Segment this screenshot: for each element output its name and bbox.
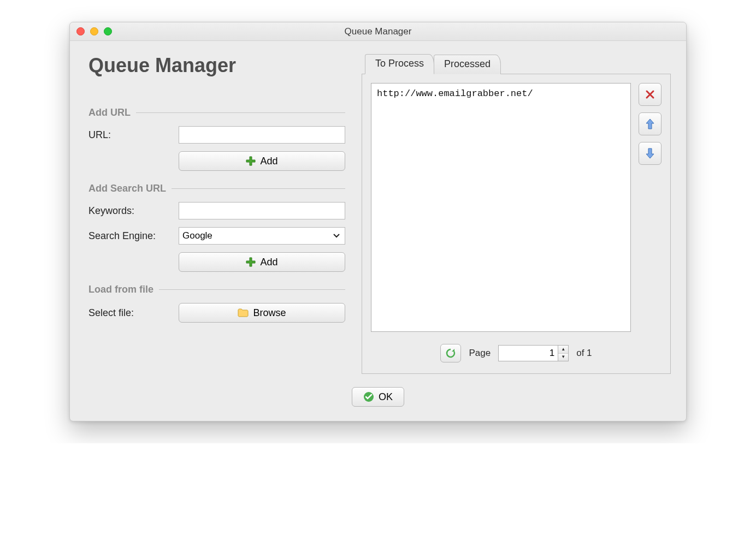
plus-icon [246,156,256,166]
move-down-button[interactable] [639,142,662,165]
section-header-add-url: Add URL [88,107,345,118]
queue-listbox[interactable]: http://www.emailgrabber.net/ [371,83,631,332]
arrow-up-icon [646,118,654,129]
search-engine-select[interactable] [179,227,345,245]
folder-icon [238,308,249,317]
add-search-button[interactable]: Add [179,252,345,272]
page-number-input[interactable] [498,345,558,361]
page-spinner: ▲ ▼ [558,345,569,361]
page-spinner-down[interactable]: ▼ [558,354,568,361]
section-label: Add URL [88,107,131,118]
x-icon [645,90,655,99]
move-up-button[interactable] [639,112,662,135]
page-spinner-up[interactable]: ▲ [558,346,568,354]
browse-button[interactable]: Browse [179,303,345,323]
window-close-button[interactable] [76,27,85,35]
window-minimize-button[interactable] [90,27,98,35]
ok-button[interactable]: OK [352,387,404,407]
url-input[interactable] [179,126,345,144]
section-label: Add Search URL [88,183,166,194]
refresh-button[interactable] [440,344,461,362]
window-controls [76,27,112,35]
url-label: URL: [88,129,179,141]
check-circle-icon [363,391,374,402]
section-label: Load from file [88,284,153,295]
button-label: Add [260,156,277,167]
dialog-footer: OK [70,379,686,421]
tab-panel: http://www.emailgrabber.net/ [362,74,671,374]
refresh-icon [445,348,456,359]
window-title: Queue Manager [345,26,412,37]
tab-to-process[interactable]: To Process [365,54,434,74]
window-titlebar: Queue Manager [70,22,686,41]
section-header-add-search: Add Search URL [88,183,345,194]
remove-button[interactable] [639,83,662,106]
page-total-label: of 1 [576,348,592,359]
queue-tabs: To Process Processed [365,54,671,74]
button-label: OK [379,391,393,403]
tab-processed[interactable]: Processed [434,55,501,74]
section-header-load-file: Load from file [88,284,345,295]
plus-icon [246,257,256,267]
search-engine-label: Search Engine: [88,230,179,242]
queue-manager-window: Queue Manager Queue Manager Add URL URL:… [69,22,687,421]
button-label: Add [260,257,277,268]
page-title: Queue Manager [88,54,345,77]
select-file-label: Select file: [88,307,179,319]
keywords-input[interactable] [179,202,345,219]
page-label: Page [469,348,491,359]
button-label: Browse [253,307,286,319]
keywords-label: Keywords: [88,205,179,217]
list-item[interactable]: http://www.emailgrabber.net/ [377,88,625,99]
window-zoom-button[interactable] [104,27,112,35]
add-url-button[interactable]: Add [179,151,345,171]
pager: Page ▲ ▼ of 1 [371,344,662,362]
arrow-down-icon [646,148,654,159]
